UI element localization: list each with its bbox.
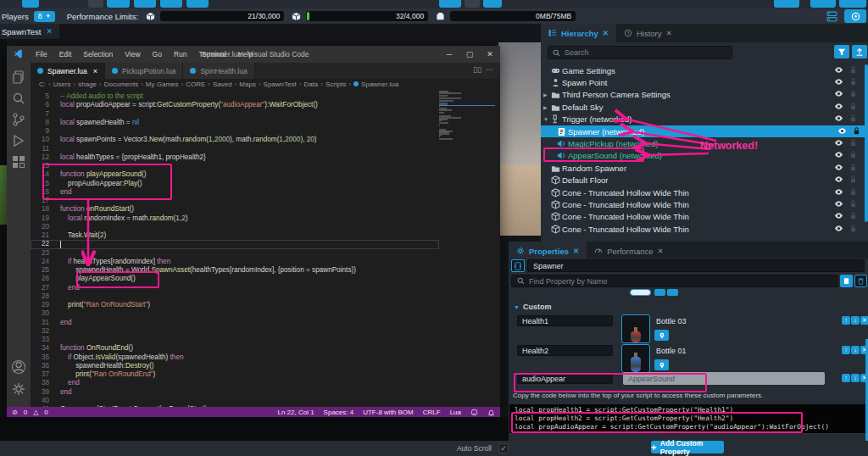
hierarchy-row-cone[interactable]: Cone - Truncated Hollow Wide Thin — [541, 198, 865, 210]
menu-run[interactable]: Run — [168, 50, 193, 58]
breadcrumb-segment[interactable]: SpawnTest — [264, 81, 297, 88]
players-dropdown[interactable]: 8 ▼ — [34, 11, 55, 22]
breadcrumb-segment[interactable]: C: — [39, 81, 46, 88]
property-value-field[interactable]: AppearSound — [623, 372, 825, 385]
minimize-button[interactable]: ─ — [439, 46, 459, 63]
close-icon[interactable]: ✕ — [46, 27, 53, 36]
lock-icon[interactable] — [849, 89, 858, 100]
run-debug-icon[interactable] — [11, 133, 26, 148]
visibility-eye-icon[interactable] — [834, 138, 843, 149]
toolbar-button-partial[interactable] — [439, 0, 461, 8]
code-line-33[interactable]: 33 — [31, 336, 500, 344]
hierarchy-row-game[interactable]: Game Settings — [541, 64, 865, 76]
code-line-18[interactable]: 18function onRoundStart() — [31, 205, 500, 214]
breadcrumb-segment[interactable]: CORE — [186, 81, 205, 88]
hierarchy-search-input[interactable]: Search — [548, 46, 732, 59]
code-line-23[interactable]: 23 — [31, 249, 500, 258]
breadcrumb-segment[interactable]: shage — [78, 81, 97, 88]
hierarchy-row-cone[interactable]: Cone - Truncated Hollow Wide Thin — [541, 211, 865, 223]
scene-tab-spawntest[interactable]: SpawnTest ✕ — [0, 24, 59, 39]
code-line-7[interactable]: 7 — [31, 110, 500, 119]
visibility-eye-icon[interactable] — [834, 114, 843, 125]
code-line-14[interactable]: 14function playAppearSound() — [31, 170, 500, 179]
toolbar-button-partial[interactable] — [839, 0, 866, 8]
breadcrumb-segment[interactable]: My Games — [146, 81, 179, 88]
visibility-eye-icon[interactable] — [834, 211, 843, 222]
indentation[interactable]: Spaces: 4 — [324, 409, 354, 416]
hierarchy-row-third[interactable]: ▶Third Person Camera Settings — [541, 89, 865, 101]
hierarchy-scrollbar[interactable] — [865, 64, 868, 222]
code-line-20[interactable]: 20 — [31, 223, 500, 231]
toolbar-button-partial[interactable] — [160, 0, 182, 8]
breadcrumb-segment[interactable]: Data — [303, 81, 318, 88]
language-mode[interactable]: Lua — [450, 409, 461, 416]
chevron-expanded-icon[interactable]: ▼ — [543, 117, 551, 122]
editor-tab-spinhealth.lua[interactable]: SpinHealth.lua — [183, 63, 254, 79]
visibility-eye-icon[interactable] — [834, 150, 843, 161]
breadcrumb-segment[interactable]: Scripts — [326, 81, 346, 88]
visibility-eye-icon[interactable] — [834, 224, 843, 235]
visibility-eye-icon[interactable] — [834, 163, 843, 174]
lock-icon[interactable] — [849, 187, 858, 198]
toolbar-button-partial[interactable] — [88, 0, 103, 8]
code-line-25[interactable]: 25 spawnedHealth = World.SpawnAsset(heal… — [31, 266, 500, 275]
object-name-field[interactable]: Spawner — [527, 259, 865, 272]
lock-icon[interactable] — [849, 102, 858, 113]
breadcrumb-segment[interactable]: Spawner.lua — [361, 81, 398, 88]
code-line-38[interactable]: 38 end — [31, 379, 500, 387]
code-line-13[interactable]: 13 — [31, 162, 500, 170]
lock-icon[interactable] — [849, 65, 858, 76]
search-icon[interactable] — [11, 91, 26, 106]
code-line-8[interactable]: 8local spawnedHealth = nil — [31, 119, 500, 127]
visibility-eye-icon[interactable] — [834, 175, 843, 186]
errors-icon[interactable]: ⊘ — [12, 409, 18, 416]
find-asset-pin-button[interactable] — [654, 330, 669, 341]
cursor-position[interactable]: Ln 22, Col 1 — [277, 409, 314, 416]
move-down-button[interactable]: ↓ — [851, 316, 860, 325]
encoding[interactable]: UTF-8 with BOM — [363, 409, 414, 416]
visibility-eye-icon[interactable] — [834, 65, 843, 76]
menu-edit[interactable]: Edit — [53, 50, 78, 58]
code-line-40[interactable]: 40 — [31, 397, 500, 405]
warnings-count[interactable]: 0 — [44, 409, 47, 416]
hierarchy-row-default[interactable]: ▶Default Sky — [541, 101, 865, 113]
lock-icon[interactable] — [849, 199, 858, 210]
visibility-eye-icon[interactable] — [834, 77, 843, 88]
lock-icon[interactable] — [849, 163, 858, 174]
property-name-field[interactable]: Health1 — [517, 315, 613, 326]
copy-properties-button[interactable] — [840, 275, 853, 287]
auto-scroll-checkbox[interactable]: ✓ — [498, 443, 509, 453]
code-line-16[interactable]: 16end — [31, 188, 500, 197]
editor-tab-pickuppotion.lua[interactable]: PickupPotion.lua — [105, 63, 183, 79]
breadcrumb-segment[interactable]: Maps — [239, 81, 256, 88]
visibility-eye-icon[interactable] — [834, 102, 843, 113]
hierarchy-tab-hierarchy[interactable]: Hierarchy✕ — [541, 24, 616, 42]
code-line-37[interactable]: 37 print("Ran OnRoundEnd") — [31, 370, 500, 379]
remove-property-button[interactable]: ✕ — [860, 316, 868, 325]
breadcrumb-segment[interactable]: Documents — [104, 81, 138, 88]
chevron-collapsed-icon[interactable]: ▶ — [543, 92, 551, 97]
hierarchy-row-random[interactable]: Random Spawner — [541, 162, 865, 174]
code-line-17[interactable]: 17 — [31, 197, 500, 205]
split-editor-icon[interactable]: ▯▯ — [473, 65, 481, 74]
toolbar-button-partial[interactable] — [465, 0, 480, 8]
visibility-eye-icon[interactable] — [837, 126, 847, 137]
property-name-field[interactable]: audioAppear — [517, 373, 613, 384]
toolbar-button-partial[interactable] — [186, 0, 209, 8]
account-icon[interactable] — [11, 359, 26, 375]
breadcrumb-segment[interactable]: Users — [53, 81, 71, 88]
hierarchy-row-cone[interactable]: Cone - Truncated Hollow Wide Thin — [541, 223, 865, 235]
move-up-button[interactable]: ↑ — [842, 374, 850, 382]
server-stack-icon[interactable] — [826, 11, 837, 22]
close-tab-icon[interactable]: ✕ — [666, 29, 672, 37]
code-line-30[interactable]: 30 — [31, 309, 500, 318]
code-line-5[interactable]: 5-- Added audio to the script — [31, 92, 500, 101]
code-line-22[interactable]: 22 — [31, 240, 500, 248]
maximize-button[interactable]: ▢ — [459, 46, 480, 63]
toolbar-button-partial[interactable] — [483, 0, 502, 8]
code-line-6[interactable]: 6local propAudioAppear = script:GetCusto… — [31, 101, 500, 109]
source-control-icon[interactable] — [11, 112, 26, 127]
code-line-29[interactable]: 29 print("Ran OnRoundStart") — [31, 301, 500, 309]
more-actions-icon[interactable]: ⋯ — [486, 65, 493, 74]
lock-icon[interactable] — [849, 77, 858, 88]
